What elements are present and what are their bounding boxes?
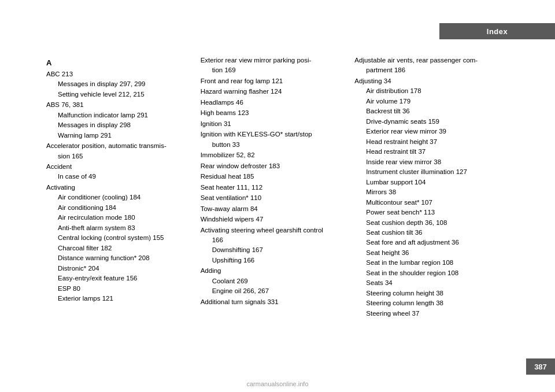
index-entry-2-5: Backrest tilt 36 [354, 106, 497, 116]
index-entry-1-2: Front and rear fog lamp 121 [201, 76, 343, 86]
index-entry-1-15: Windshield wipers 47 [201, 215, 343, 224]
page-number: 387 [534, 363, 547, 371]
index-entry-1-22: Engine oil 266, 267 [201, 286, 343, 296]
index-entry-0-18: Charcoal filter 182 [46, 243, 189, 253]
index-entry-2-0: Adjustable air vents, rear passenger com… [354, 56, 497, 65]
page: Index AABC 213Messages in display 297, 2… [0, 0, 555, 392]
index-entry-1-11: Residual heat 185 [201, 172, 343, 182]
index-entry-0-17: Central locking (control system) 155 [46, 233, 189, 243]
index-entry-0-0: A [46, 57, 189, 69]
index-entry-2-25: Steering wheel 37 [354, 309, 497, 319]
index-entry-2-18: Seat fore and aft adjustment 36 [354, 238, 497, 247]
index-column-1: AABC 213Messages in display 297, 299Sett… [46, 55, 201, 357]
index-entry-0-9: sion 165 [46, 151, 189, 161]
index-entry-2-1: partment 186 [354, 65, 497, 75]
index-entry-2-21: Seat in the shoulder region 108 [354, 268, 497, 278]
index-entry-2-24: Steering column length 38 [354, 298, 497, 308]
index-entry-2-8: Head restraint height 37 [354, 137, 497, 147]
index-entry-2-6: Drive-dynamic seats 159 [354, 117, 497, 127]
index-entry-0-19: Distance warning function* 208 [46, 253, 189, 263]
index-entry-2-19: Seat height 36 [354, 248, 497, 258]
index-entry-0-14: Air conditioning 184 [46, 203, 189, 213]
index-entry-0-11: In case of 49 [46, 172, 189, 182]
index-entry-2-22: Seats 34 [354, 278, 497, 288]
index-entry-1-20: Adding [201, 266, 343, 276]
index-entry-0-10: Accident [46, 162, 189, 172]
index-entry-1-0: Exterior rear view mirror parking posi- [201, 56, 343, 65]
index-entry-2-9: Head restraint tilt 37 [354, 147, 497, 157]
index-entry-0-20: Distronic* 204 [46, 264, 189, 273]
index-column-3: Adjustable air vents, rear passenger com… [354, 55, 509, 357]
index-entry-2-7: Exterior rear view mirror 39 [354, 127, 497, 136]
index-entry-0-23: Exterior lamps 121 [46, 294, 189, 304]
index-entry-0-6: Messages in display 298 [46, 120, 189, 130]
watermark: carmanualsonline.info [0, 380, 555, 387]
index-entry-2-23: Steering column height 38 [354, 289, 497, 298]
index-entry-0-8: Accelerator position, automatic transmis… [46, 141, 189, 151]
index-entry-2-16: Seat cushion depth 36, 108 [354, 218, 497, 228]
index-entry-0-7: Warning lamp 291 [46, 131, 189, 140]
index-entry-0-5: Malfunction indicator lamp 291 [46, 110, 189, 120]
index-entry-2-2: Adjusting 34 [354, 76, 497, 86]
index-entry-1-6: Ignition 31 [201, 119, 343, 129]
index-entry-2-13: Mirrors 38 [354, 187, 497, 197]
index-entry-2-3: Air distribution 178 [354, 86, 497, 96]
header-bar: Index [439, 23, 555, 39]
index-entry-1-7: Ignition with KEYLESS-GO* start/stop [201, 130, 343, 139]
index-entry-1-4: Headlamps 46 [201, 98, 343, 108]
index-entry-0-13: Air conditioner (cooling) 184 [46, 193, 189, 202]
index-entry-1-23: Additional turn signals 331 [201, 297, 343, 307]
index-entry-2-17: Seat cushion tilt 36 [354, 228, 497, 238]
index-entry-2-15: Power seat bench* 113 [354, 208, 497, 217]
index-entry-2-14: Multicontour seat* 107 [354, 198, 497, 208]
index-entry-2-10: Inside rear view mirror 38 [354, 157, 497, 167]
index-entry-1-10: Rear window defroster 183 [201, 161, 343, 171]
index-entry-1-9: Immobilizer 52, 82 [201, 150, 343, 160]
index-entry-1-19: Upshifting 166 [201, 256, 343, 265]
index-entry-0-15: Air recirculation mode 180 [46, 213, 189, 223]
index-entry-1-21: Coolant 269 [201, 276, 343, 286]
index-entry-1-14: Tow-away alarm 84 [201, 204, 343, 214]
index-entry-1-3: Hazard warning flasher 124 [201, 87, 343, 97]
index-entry-0-12: Activating [46, 183, 189, 193]
index-entry-0-4: ABS 76, 381 [46, 100, 189, 110]
index-entry-1-1: tion 169 [201, 65, 343, 75]
index-entry-0-21: Easy-entry/exit feature 156 [46, 273, 189, 283]
index-entry-1-5: High beams 123 [201, 108, 343, 118]
index-entry-2-11: Instrument cluster illumination 127 [354, 167, 497, 177]
index-entry-0-22: ESP 80 [46, 284, 189, 294]
index-entry-2-12: Lumbar support 104 [354, 177, 497, 187]
index-entry-0-3: Setting vehicle level 212, 215 [46, 90, 189, 99]
header-title: Index [487, 27, 508, 36]
index-entry-1-17: 166 [201, 235, 343, 245]
index-entry-0-16: Anti-theft alarm system 83 [46, 223, 189, 233]
index-entry-1-8: button 33 [201, 140, 343, 150]
index-entry-1-18: Downshifting 167 [201, 245, 343, 255]
index-entry-2-20: Seat in the lumbar region 108 [354, 258, 497, 268]
index-entry-0-1: ABC 213 [46, 69, 189, 79]
index-column-2: Exterior rear view mirror parking posi-t… [201, 55, 355, 357]
index-entry-1-13: Seat ventilation* 110 [201, 193, 343, 203]
index-entry-1-16: Activating steering wheel gearshift cont… [201, 225, 343, 235]
index-entry-2-4: Air volume 179 [354, 97, 497, 106]
index-entry-0-2: Messages in display 297, 299 [46, 79, 189, 89]
content-area: AABC 213Messages in display 297, 299Sett… [46, 55, 509, 357]
page-number-badge: 387 [526, 358, 555, 375]
index-entry-1-12: Seat heater 111, 112 [201, 183, 343, 193]
